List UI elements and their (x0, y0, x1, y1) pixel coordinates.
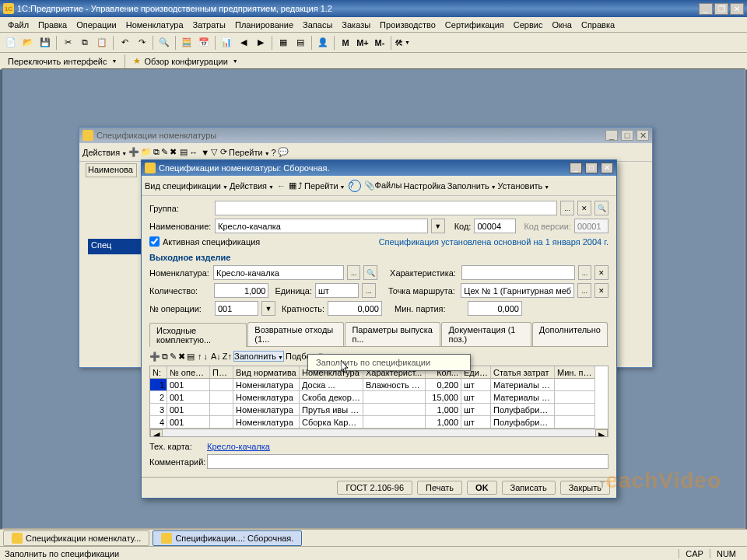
spec-view-dropdown[interactable]: Вид спецификации▼ (145, 181, 228, 191)
unit-input[interactable] (315, 283, 359, 298)
tree-selected-item[interactable]: Спец (88, 239, 142, 254)
win1-refresh-icon[interactable]: ⟳ (220, 147, 227, 157)
win1-move-icon[interactable]: ↔ (189, 148, 198, 157)
tab-params[interactable]: Параметры выпуска п... (345, 322, 440, 346)
group-search[interactable]: 🔍 (594, 201, 608, 215)
opno-input[interactable] (215, 301, 258, 316)
col-min[interactable]: Мин. пар (555, 366, 595, 379)
find-icon[interactable]: 🔍 (156, 35, 172, 51)
tab-docs[interactable]: Документация (1 поз.) (441, 322, 531, 346)
scroll-left-icon[interactable]: ◀ (150, 429, 163, 437)
menu-service[interactable]: Сервис (509, 19, 548, 31)
nomen-search[interactable]: 🔍 (363, 265, 377, 280)
win2-close[interactable]: ✕ (601, 163, 613, 173)
win2-actions[interactable]: Действия▼ (230, 181, 274, 191)
win2-goto[interactable]: Перейти▼ (304, 181, 345, 191)
win1-del-icon[interactable]: ✖ (170, 147, 177, 157)
col-n[interactable]: N: (150, 366, 167, 379)
fill-button[interactable]: Заполнить▼ (447, 181, 496, 191)
nav-back-icon[interactable]: ◀ (236, 35, 251, 51)
m-icon[interactable]: M (338, 35, 353, 51)
grid-sort2-icon[interactable]: Z↑ (223, 352, 232, 361)
config-view-button[interactable]: ★Обзор конфигурации▼ (128, 54, 242, 68)
nomen-input[interactable] (213, 265, 344, 280)
menu-edit[interactable]: Правка (33, 19, 72, 31)
route-clear[interactable]: ✕ (594, 283, 608, 298)
undo-icon[interactable]: ↶ (117, 35, 132, 51)
minbatch-input[interactable] (468, 301, 522, 316)
group-ellipsis[interactable]: ... (560, 201, 574, 215)
charact-clear[interactable]: ✕ (594, 265, 608, 280)
col-pos[interactable]: Поз... (210, 366, 233, 379)
new-doc-icon[interactable]: 📄 (3, 35, 19, 51)
col-vid[interactable]: Вид норматива (233, 366, 300, 379)
menu-planning[interactable]: Планирование (230, 19, 298, 31)
scroll-right-icon[interactable]: ▶ (595, 429, 608, 437)
minimize-button[interactable]: _ (699, 3, 713, 15)
win1-tips-icon[interactable]: 💬 (278, 147, 289, 157)
win1-filter-icon[interactable]: ▼ (201, 148, 209, 157)
report-icon[interactable]: 📊 (219, 35, 234, 51)
menu-orders[interactable]: Заказы (337, 19, 375, 31)
win2-struct-icon[interactable]: ▦ (289, 180, 296, 191)
save-button[interactable]: Записать (502, 481, 556, 495)
tools-dropdown-icon[interactable]: 🛠▼ (395, 35, 410, 51)
menu-stock[interactable]: Запасы (298, 19, 337, 31)
grid-tool-icon[interactable]: ▤ (187, 352, 195, 362)
win1-hier-icon[interactable]: ▤ (180, 147, 188, 157)
win2-nav-icon[interactable]: ⤴ (298, 181, 303, 191)
win1-titlebar[interactable]: Спецификации номенклатуры _ □ ✕ (79, 128, 652, 143)
grid-down-icon[interactable]: ↓ (204, 352, 209, 361)
calc-icon[interactable]: 🧮 (179, 35, 195, 51)
win1-max[interactable]: □ (621, 130, 633, 141)
menu-costs[interactable]: Затраты (188, 19, 231, 31)
components-grid[interactable]: N: № опера... Поз... Вид норматива Номен… (149, 366, 608, 437)
gost-button[interactable]: ГОСТ 2.106-96 (337, 481, 412, 495)
open-icon[interactable]: 📂 (20, 35, 36, 51)
grid-edit-icon[interactable]: ✎ (170, 352, 177, 362)
task-specedit[interactable]: Спецификации...: Сборочная. (153, 530, 302, 546)
comment-input[interactable] (207, 454, 608, 469)
charact-input[interactable] (461, 265, 575, 280)
fill-dropdown-item[interactable]: Заполнить по спецификации (307, 354, 471, 371)
ok-button[interactable]: OK (467, 481, 497, 495)
m-plus-icon[interactable]: M+ (355, 35, 370, 51)
active-checkbox[interactable] (149, 236, 160, 247)
menu-production[interactable]: Производство (375, 19, 440, 31)
install-button[interactable]: Установить▼ (498, 181, 550, 191)
tab-returns[interactable]: Возвратные отходы (1... (247, 322, 344, 346)
win1-addfolder-icon[interactable]: 📁 (141, 147, 152, 157)
mult-input[interactable] (328, 301, 382, 316)
grid-sort1-icon[interactable]: A↓ (211, 352, 221, 361)
tab-extra[interactable]: Дополнительно (532, 322, 608, 346)
qty-input[interactable] (214, 283, 268, 298)
name-dropdown[interactable]: ▼ (431, 219, 445, 233)
grid-fill-button[interactable]: Заполнить▼ (233, 351, 284, 362)
tab-components[interactable]: Исходные комплектую... (149, 323, 247, 347)
win1-close[interactable]: ✕ (637, 130, 649, 141)
task-speclist[interactable]: Спецификации номенклату... (3, 530, 149, 546)
grid-copy-icon[interactable]: ⧉ (162, 352, 168, 362)
tool1-icon[interactable]: ▦ (275, 35, 291, 51)
close-button[interactable]: ✕ (730, 3, 744, 15)
table-row[interactable]: 4001НоменклатураСборка Каркас...1,000штП… (150, 416, 608, 429)
print-button[interactable]: Печать (417, 481, 462, 495)
win1-edit-icon[interactable]: ✎ (161, 147, 168, 157)
grid-add-icon[interactable]: ➕ (149, 352, 160, 362)
name-input[interactable] (215, 219, 428, 233)
files-button[interactable]: 📎Файлы (364, 180, 402, 191)
win1-min[interactable]: _ (605, 130, 618, 141)
switch-interface-button[interactable]: Переключить интерфейс▼ (3, 55, 121, 68)
copy-icon[interactable]: ⧉ (77, 35, 93, 51)
route-input[interactable] (461, 283, 574, 298)
table-row[interactable]: 1001НоменклатураДоска ...Влажность 15%0,… (150, 379, 608, 391)
win2-titlebar[interactable]: Спецификации номенклатуры: Сборочная. _ … (142, 160, 616, 176)
tool2-icon[interactable]: ▤ (293, 35, 308, 51)
win2-back-icon[interactable]: ← (277, 181, 286, 191)
win1-actions[interactable]: Действия▼ (82, 148, 127, 157)
grid-del-icon[interactable]: ✖ (178, 352, 185, 362)
cut-icon[interactable]: ✂ (60, 35, 75, 51)
grid-hscroll[interactable]: ◀ ▶ (150, 429, 608, 437)
win1-goto[interactable]: Перейти▼ (229, 148, 270, 157)
menu-nomen[interactable]: Номенклатура (121, 19, 188, 31)
